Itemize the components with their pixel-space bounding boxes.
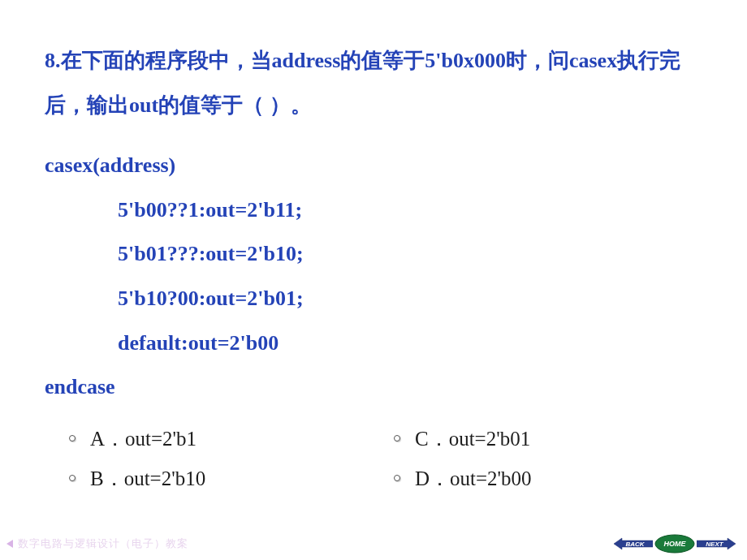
- nav-buttons: BACK HOME NEXT: [614, 534, 736, 554]
- footer-text: 数字电路与逻辑设计（电子）教案: [18, 536, 188, 551]
- arrow-left-icon: [6, 540, 13, 548]
- code-line-5: default:out=2'b00: [45, 321, 702, 366]
- svg-text:BACK: BACK: [625, 541, 645, 548]
- back-button[interactable]: BACK: [614, 536, 653, 551]
- bullet-icon: [394, 435, 400, 442]
- option-a-text: A．out=2'b1: [90, 424, 196, 453]
- code-line-4: 5'b10?00:out=2'b01;: [45, 277, 702, 321]
- option-b-text: B．out=2'b10: [90, 464, 205, 493]
- option-a: A．out=2'b1: [69, 424, 378, 453]
- question-text: 8.在下面的程序段中，当address的值等于5'b0x000时，问casex执…: [45, 39, 702, 127]
- code-line-6: endcase: [45, 365, 702, 410]
- option-c-text: C．out=2'b01: [415, 424, 530, 453]
- option-d-text: D．out=2'b00: [415, 464, 532, 493]
- bullet-icon: [69, 435, 76, 442]
- code-line-2: 5'b00??1:out=2'b11;: [45, 188, 702, 233]
- svg-text:NEXT: NEXT: [706, 541, 723, 548]
- footer-left: 数字电路与逻辑设计（电子）教案: [6, 536, 188, 551]
- code-line-3: 5'b01???:out=2'b10;: [45, 232, 702, 277]
- svg-text:HOME: HOME: [664, 540, 687, 548]
- bullet-icon: [394, 475, 400, 481]
- question-number: 8.: [45, 49, 61, 72]
- question-body: 在下面的程序段中，当address的值等于5'b0x000时，问casex执行完…: [45, 49, 680, 117]
- option-c: C．out=2'b01: [394, 424, 702, 453]
- next-button[interactable]: NEXT: [697, 536, 736, 551]
- option-d: D．out=2'b00: [394, 464, 702, 493]
- footer: 数字电路与逻辑设计（电子）教案 BACK HOME NEXT: [0, 534, 747, 560]
- bullet-icon: [69, 475, 76, 481]
- options-grid: A．out=2'b1 C．out=2'b01 B．out=2'b10 D．out…: [45, 424, 702, 493]
- option-b: B．out=2'b10: [69, 464, 378, 493]
- home-button[interactable]: HOME: [654, 534, 695, 554]
- slide-content: 8.在下面的程序段中，当address的值等于5'b0x000时，问casex执…: [0, 0, 747, 493]
- code-line-1: casex(address): [45, 144, 702, 188]
